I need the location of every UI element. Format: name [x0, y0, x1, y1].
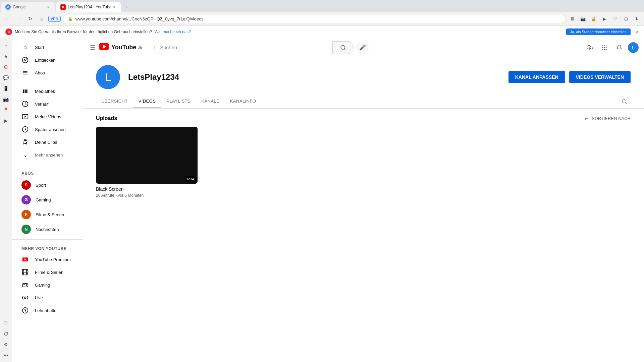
- tab-kanalinfo[interactable]: KANALINFO: [225, 95, 261, 108]
- rail-play-icon[interactable]: ▶: [1, 116, 11, 125]
- hamburger-menu[interactable]: ☰: [88, 43, 97, 52]
- sidebar-item-filme-serien-2[interactable]: Filme & Serien: [15, 266, 80, 279]
- svg-point-2: [22, 57, 28, 63]
- tab-kanale[interactable]: KANÄLE: [196, 95, 225, 108]
- sidebar-item-start[interactable]: ⌂ Start: [15, 41, 80, 54]
- svg-marker-3: [24, 59, 26, 61]
- nachrichten-avatar: N: [21, 225, 31, 234]
- tab-ubersicht[interactable]: ÜBERSICHT: [96, 95, 133, 108]
- sidebar-item-live[interactable]: Live: [15, 291, 80, 304]
- sidebar-item-nachrichten[interactable]: N Nachrichten: [15, 222, 80, 237]
- opera-prompt-link[interactable]: Wie mache ich das?: [155, 29, 191, 34]
- vpn-badge[interactable]: VPN: [48, 16, 61, 22]
- youtube-premium-icon: [21, 256, 29, 263]
- yt-logo[interactable]: YouTubeDE: [99, 43, 142, 52]
- svg-point-23: [26, 284, 27, 285]
- opera-icon: O: [5, 28, 12, 35]
- mic-button[interactable]: 🎤: [356, 41, 369, 54]
- opera-prompt-close[interactable]: ×: [636, 29, 639, 35]
- rail-more-icon[interactable]: •••: [1, 351, 11, 360]
- sidebar-divider-3: [12, 239, 83, 240]
- rail-whatsapp-icon[interactable]: 📱: [1, 84, 11, 93]
- download-btn[interactable]: ⬇: [632, 14, 641, 23]
- extension-btn-2[interactable]: 📷: [578, 14, 588, 23]
- opera-yes-button[interactable]: Ja, als Standardbrowser einstellen: [566, 28, 631, 35]
- address-url: www.youtube.com/channel/UCocN6zQPHQZ_0yv…: [75, 16, 560, 21]
- channel-search-button[interactable]: [619, 96, 631, 108]
- sidebar-item-gaming[interactable]: G Gaming: [15, 192, 80, 207]
- heart-btn[interactable]: ♡: [610, 14, 620, 23]
- notifications-button[interactable]: [613, 42, 625, 54]
- youtube-app: ⌂ Start Entdecken Abos: [12, 38, 644, 362]
- back-button[interactable]: ←: [3, 14, 12, 23]
- google-tab-close[interactable]: ×: [46, 4, 51, 10]
- sidebar-item-sport[interactable]: S Sport: [15, 178, 80, 192]
- rail-messenger-icon[interactable]: 💬: [1, 73, 11, 82]
- search-input[interactable]: [155, 41, 332, 54]
- sidebar-item-spaeter-ansehen[interactable]: Später ansehen: [15, 123, 80, 136]
- rail-location-icon[interactable]: 📍: [1, 105, 11, 115]
- address-bar-row: ← → ↻ ⌂ VPN 🔒 www.youtube.com/channel/UC…: [0, 12, 644, 25]
- rail-opera-icon[interactable]: O: [1, 62, 11, 72]
- customize-channel-button[interactable]: KANAL ANPASSEN: [508, 71, 565, 83]
- new-tab-button[interactable]: +: [122, 2, 131, 12]
- sidebar-item-filme-serien[interactable]: F Filme & Serien: [15, 207, 80, 222]
- sidebar-item-gaming-2[interactable]: Gaming: [15, 279, 80, 291]
- youtube-tab-close[interactable]: ×: [111, 4, 117, 10]
- sidebar-filme-serien-2-label: Filme & Serien: [35, 270, 63, 275]
- video-grid: 6:34 Black Screen 20 Aufrufe • vor 5 Mon…: [96, 127, 631, 200]
- extension-btn-3[interactable]: 🔒: [589, 14, 598, 23]
- rail-settings-icon[interactable]: ⚙: [1, 340, 11, 349]
- play-btn[interactable]: ▶: [600, 14, 609, 23]
- gaming-avatar: G: [21, 195, 31, 204]
- svg-point-35: [602, 47, 603, 48]
- sidebar-item-mediathek[interactable]: Mediathek: [15, 85, 80, 98]
- sidebar-item-mehr-ansehen[interactable]: ⌄ Mehr ansehen: [15, 148, 80, 161]
- sidebar-abos-label: Abos: [35, 70, 45, 75]
- tab-playlists[interactable]: PLAYLISTS: [161, 95, 196, 108]
- app-layout: ⌂ ★ O 💬 📱 📷 📍 ▶ ♡ ⏱ ⚙ ••• ⌂ Start En: [0, 38, 644, 362]
- rail-instagram-icon[interactable]: 📷: [1, 95, 11, 104]
- opera-prompt-text: Möchten Sie Opera als Ihren Browser für …: [15, 29, 152, 34]
- reload-button[interactable]: ↻: [25, 14, 35, 23]
- home-button[interactable]: ⌂: [37, 14, 46, 23]
- manage-videos-button[interactable]: VIDEOS VERWALTEN: [569, 71, 631, 83]
- channel-name: LetsPlay1234: [128, 72, 500, 82]
- forward-button[interactable]: →: [14, 14, 23, 23]
- sidebar-item-abos[interactable]: Abos: [15, 66, 80, 79]
- yt-search-area: 🎤: [154, 41, 369, 54]
- extension-btn-1[interactable]: 🖥: [568, 14, 577, 23]
- upload-button[interactable]: [584, 42, 596, 54]
- google-tab-icon: G: [5, 4, 11, 10]
- google-tab[interactable]: G Google ×: [1, 2, 55, 12]
- apps-button[interactable]: [598, 42, 610, 54]
- sidebar-spaeter-label: Später ansehen: [35, 127, 66, 132]
- search-button[interactable]: [333, 41, 354, 54]
- sidebar-item-lehrinhalte[interactable]: Lehrinhalte: [15, 304, 80, 317]
- filme-icon: [21, 268, 29, 276]
- rail-bookmarks-icon[interactable]: ★: [1, 52, 11, 61]
- sidebar-item-meine-videos[interactable]: Meine Videos: [15, 110, 80, 123]
- sidebar-item-verlauf[interactable]: Verlauf: [15, 98, 80, 110]
- history-btn[interactable]: ⊡: [621, 14, 631, 23]
- tab-videos[interactable]: VIDEOS: [133, 95, 161, 108]
- rail-clock-icon[interactable]: ⏱: [1, 329, 11, 339]
- sidebar-gaming-label: Gaming: [36, 197, 51, 202]
- svg-point-41: [623, 100, 626, 103]
- video-thumbnail[interactable]: 6:34: [96, 127, 198, 184]
- sidebar-item-youtube-premium[interactable]: YouTube Premium: [15, 253, 80, 266]
- youtube-tab-title: LetsPlay1234 - YouTube: [68, 5, 111, 9]
- rail-heart-icon[interactable]: ♡: [1, 318, 11, 328]
- sort-button[interactable]: SORTIEREN NACH: [584, 116, 631, 121]
- user-avatar[interactable]: L: [628, 42, 639, 53]
- sidebar-item-deine-clips[interactable]: Deine Clips: [15, 136, 80, 148]
- youtube-tab[interactable]: LetsPlay1234 - YouTube ×: [56, 2, 121, 12]
- sport-avatar: S: [21, 180, 31, 190]
- address-bar[interactable]: 🔒 www.youtube.com/channel/UCocN6zQPHQZ_0…: [63, 15, 566, 23]
- sidebar-item-entdecken[interactable]: Entdecken: [15, 54, 80, 66]
- svg-point-36: [604, 47, 605, 48]
- video-card-black-screen[interactable]: 6:34 Black Screen 20 Aufrufe • vor 5 Mon…: [96, 127, 198, 200]
- gaming-icon: [21, 281, 29, 289]
- rail-home-icon[interactable]: ⌂: [1, 41, 11, 50]
- live-icon: [21, 294, 29, 301]
